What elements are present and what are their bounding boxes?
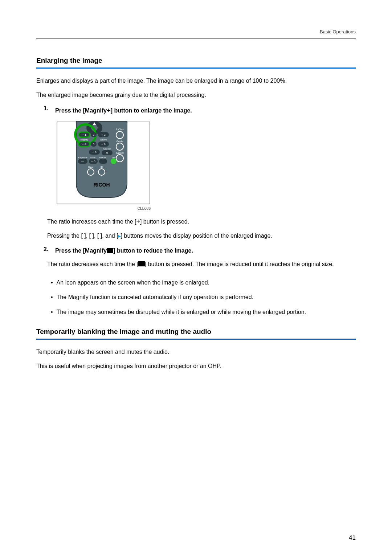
enlarging-para1: Enlarges and displays a part of the imag…: [36, 76, 356, 86]
page-number: 41: [349, 534, 356, 541]
step-1-desc1: The ratio increases each time the [+] bu…: [47, 216, 356, 227]
svg-text:—: —: [81, 160, 84, 163]
blanking-para2: This is useful when projecting images fr…: [36, 361, 356, 371]
page-header: Basic Operations: [36, 29, 356, 38]
svg-point-31: [111, 158, 117, 164]
svg-text:+ 3: + 3: [101, 133, 106, 136]
svg-text:Volume: Volume: [100, 139, 107, 141]
figure-caption: CLB036: [56, 207, 151, 210]
svg-text:5: 5: [93, 143, 94, 146]
svg-text:Aspect: Aspect: [116, 152, 123, 155]
minus-mask-icon: [138, 261, 145, 266]
enlarging-para2: The enlarged image becomes grainy due to…: [36, 90, 356, 100]
bullet-icon: •: [51, 307, 53, 317]
plus-icon: +: [107, 107, 111, 114]
step-1-desc2: Pressing the [ ], [ ], [ ], and [▸] butt…: [47, 231, 356, 241]
svg-text:Guide: Guide: [117, 140, 123, 143]
bullet-icon: •: [51, 278, 53, 287]
list-item: • The image may sometimes be disrupted w…: [51, 307, 356, 317]
svg-text:+ 8: + 8: [92, 151, 97, 154]
notes-list: • An icon appears on the screen when the…: [51, 278, 356, 317]
remote-control-illustration: + 1 Magnify − 4 2 5 + 3 Volume − 6: [56, 121, 151, 205]
svg-text:Keystone: Keystone: [78, 156, 87, 159]
magnify-buttons: + 1 Magnify − 4: [79, 132, 90, 147]
svg-text:9: 9: [106, 151, 108, 155]
svg-rect-29: [99, 159, 107, 164]
list-item: • The Magnify function is canceled autom…: [51, 293, 356, 302]
list-item: • An icon appears on the screen when the…: [51, 278, 356, 287]
step-2-title: Press the [Magnify] button to reduce the…: [55, 246, 356, 255]
step-2-desc: The ratio decreases each time the [] but…: [47, 259, 356, 269]
svg-text:− 0: − 0: [91, 160, 95, 163]
svg-text:− 6: − 6: [101, 143, 106, 146]
svg-text:Auto set: Auto set: [103, 148, 111, 150]
blanking-para1: Temporarily blanks the screen and mutes …: [36, 347, 356, 357]
svg-text:2: 2: [93, 134, 94, 136]
remote-figure: + 1 Magnify − 4 2 5 + 3 Volume − 6: [56, 121, 356, 205]
arrow-right-icon: ▸: [118, 233, 121, 239]
plus-icon: +: [136, 218, 140, 225]
step-1: 1. Press the [Magnify+] button to enlarg…: [44, 105, 356, 116]
step-1-title: Press the [Magnify+] button to enlarge t…: [55, 105, 356, 116]
svg-text:− 4: − 4: [82, 143, 86, 146]
step-2: 2. Press the [Magnify] button to reduce …: [44, 246, 356, 255]
section-enlarging-heading: Enlarging the image: [36, 57, 356, 69]
svg-text:Magnify: Magnify: [80, 139, 88, 141]
step-2-num: 2.: [44, 246, 51, 255]
svg-text:R-Click: R-Click: [116, 128, 124, 131]
svg-text:ID: ID: [101, 166, 103, 168]
minus-mask-icon: [107, 248, 113, 253]
svg-text:+ 1: + 1: [82, 133, 86, 136]
bullet-icon: •: [51, 293, 53, 302]
step-1-num: 1.: [44, 105, 51, 116]
svg-text:Zoom: Zoom: [90, 156, 95, 159]
svg-text:Clear: Clear: [88, 166, 93, 168]
ricoh-logo: RICOH: [93, 182, 110, 188]
section-blanking-heading: Temporarily blanking the image and mutin…: [36, 328, 356, 340]
header-category: Basic Operations: [320, 29, 356, 34]
svg-text:Picture: Picture: [99, 156, 106, 159]
